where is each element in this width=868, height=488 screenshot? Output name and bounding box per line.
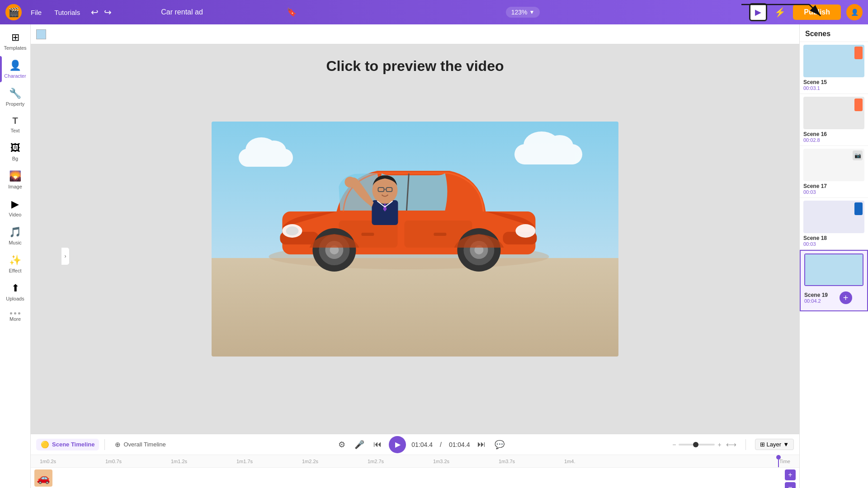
ruler-mark-3: 1m1.7s — [236, 459, 253, 464]
video-canvas[interactable] — [212, 122, 618, 357]
overall-timeline-tab[interactable]: ⊕ Overall Timeline — [110, 439, 170, 450]
ruler-mark-2: 1m1.2s — [171, 459, 187, 464]
save-status-icon[interactable]: 🔖 — [287, 7, 297, 17]
scene-19-time: 00:04.2 — [804, 298, 828, 304]
timeline-ruler: 1m0.2s 1m0.7s 1m1.2s 1m1.7s 1m2.2s 1m2.7… — [31, 455, 799, 468]
background-color-picker[interactable] — [36, 29, 46, 39]
layer-label: Layer — [767, 441, 782, 448]
ruler-mark-5: 1m2.7s — [368, 459, 384, 464]
image-icon: 🌄 — [9, 170, 21, 182]
sidebar-item-video[interactable]: ▶ Video — [0, 195, 31, 221]
scene-timeline-tab[interactable]: 🟡 Scene Timeline — [36, 439, 99, 450]
car-scene-svg — [255, 128, 562, 282]
uploads-icon: ⬆ — [11, 282, 19, 294]
scene-item-18[interactable]: Scene 18 00:03 — [800, 198, 868, 250]
caption-button[interactable]: 💬 — [493, 438, 506, 451]
track-zoom-controls: + − — [785, 469, 796, 488]
track-thumbnail[interactable]: 🚗 — [34, 469, 52, 487]
ruler-mark-6: 1m3.2s — [433, 459, 449, 464]
sidebar-item-property[interactable]: 🔧 Property — [0, 84, 31, 110]
scene-17-name: Scene 17 — [803, 183, 864, 189]
zoom-value: 123% — [511, 9, 528, 16]
main-layout: ⊞ Templates 👤 Character 🔧 Property T Tex… — [0, 24, 868, 488]
sidebar-label-video: Video — [9, 212, 22, 217]
more-dots-icon — [10, 312, 20, 314]
sidebar-label-templates: Templates — [4, 45, 26, 51]
video-icon: ▶ — [11, 198, 19, 210]
add-scene-button[interactable]: + — [840, 291, 852, 304]
zoom-minus-icon[interactable]: − — [672, 441, 676, 448]
scene-19-name: Scene 19 — [804, 292, 828, 298]
scene-18-time: 00:03 — [803, 241, 864, 247]
skip-start-button[interactable]: ⏮ — [372, 438, 383, 451]
sidebar-item-character[interactable]: 👤 Character — [0, 56, 31, 82]
share-button[interactable]: ⚡ — [773, 5, 788, 19]
scene-item-19[interactable]: Scene 19 00:04.2 + — [800, 250, 868, 311]
timeline-tab-divider — [104, 439, 105, 450]
scene-19-thumb — [804, 253, 863, 286]
sidebar-collapse-button[interactable]: › — [61, 247, 70, 265]
zoom-slider[interactable] — [679, 444, 715, 446]
music-icon: 🎵 — [9, 226, 21, 238]
scenes-header: Scenes — [800, 24, 868, 42]
ruler-mark-1: 1m0.7s — [105, 459, 122, 464]
sidebar-item-image[interactable]: 🌄 Image — [0, 167, 31, 193]
sidebar-item-templates[interactable]: ⊞ Templates — [0, 28, 31, 54]
preview-button[interactable]: ▶ — [749, 3, 767, 21]
play-button[interactable]: ▶ — [389, 436, 406, 453]
project-name: Car rental ad — [83, 8, 281, 16]
sidebar-label-more: More — [9, 316, 21, 322]
svg-point-29 — [344, 177, 355, 188]
scene-17-badge: 📷 — [853, 150, 863, 160]
scene-16-badge — [854, 99, 863, 111]
scene-item-15[interactable]: Scene 15 00:03.1 — [800, 42, 868, 94]
tl-divider2 — [745, 439, 746, 450]
scene-item-16[interactable]: Scene 16 00:02.8 — [800, 94, 868, 146]
play-triangle-icon: ▶ — [395, 440, 401, 449]
sidebar-item-music[interactable]: 🎵 Music — [0, 223, 31, 249]
logo[interactable]: 🎬 — [5, 4, 22, 20]
sidebar-label-uploads: Uploads — [6, 296, 24, 301]
scene-item-17[interactable]: 📷 Scene 17 00:03 — [800, 146, 868, 198]
zoom-control[interactable]: 123% ▼ — [506, 7, 540, 18]
publish-button[interactable]: Publish — [793, 5, 841, 20]
file-menu-button[interactable]: File — [27, 7, 45, 18]
layer-select[interactable]: ⊞ Layer ▼ — [755, 439, 794, 450]
fit-screen-icon[interactable]: ⟷ — [726, 440, 736, 449]
total-time: 01:04.4 — [449, 441, 470, 448]
ruler-mark-4: 1m2.2s — [302, 459, 318, 464]
zoom-plus-icon[interactable]: + — [717, 441, 721, 448]
play-icon: ▶ — [755, 7, 761, 17]
scene-18-thumb — [803, 201, 864, 233]
scene-16-name: Scene 16 — [803, 131, 864, 137]
scene-15-time: 00:03.1 — [803, 85, 864, 91]
skip-end-button[interactable]: ⏭ — [476, 438, 487, 451]
scene-17-time: 00:03 — [803, 189, 864, 195]
right-panel: Scenes Scene 15 00:03.1 Scene 16 00:02.8… — [799, 24, 868, 488]
user-avatar[interactable]: 👤 — [846, 4, 863, 20]
sidebar-item-uploads[interactable]: ⬆ Uploads — [0, 279, 31, 305]
preview-hint-text: Click to preview the video — [326, 58, 504, 75]
canvas-main: Click to preview the video — [31, 44, 799, 434]
sidebar-label-bg: Bg — [12, 156, 18, 161]
sidebar-item-bg[interactable]: 🖼 Bg — [0, 139, 31, 165]
ruler-mark-7: 1m3.7s — [499, 459, 515, 464]
scene-17-thumb: 📷 — [803, 149, 864, 181]
sidebar-label-text: Text — [10, 128, 19, 133]
canvas-toolbar — [31, 24, 799, 44]
time-separator: / — [440, 441, 442, 448]
tutorials-button[interactable]: Tutorials — [51, 7, 84, 18]
track-add-button[interactable]: + — [785, 469, 796, 480]
sidebar-label-character: Character — [4, 73, 26, 79]
track-remove-button[interactable]: − — [785, 482, 796, 488]
sidebar-label-property: Property — [6, 101, 25, 107]
sidebar-item-effect[interactable]: ✨ Effect — [0, 251, 31, 277]
playhead[interactable] — [778, 455, 779, 467]
timeline-settings-button[interactable]: ⚙ — [336, 438, 347, 451]
property-icon: 🔧 — [9, 88, 21, 99]
sidebar-item-more[interactable]: More — [0, 307, 31, 325]
character-icon: 👤 — [9, 60, 21, 71]
sidebar-item-text[interactable]: T Text — [0, 112, 31, 137]
ruler-mark-0: 1m0.2s — [40, 459, 56, 464]
timeline-mic-button[interactable]: 🎤 — [353, 438, 366, 451]
